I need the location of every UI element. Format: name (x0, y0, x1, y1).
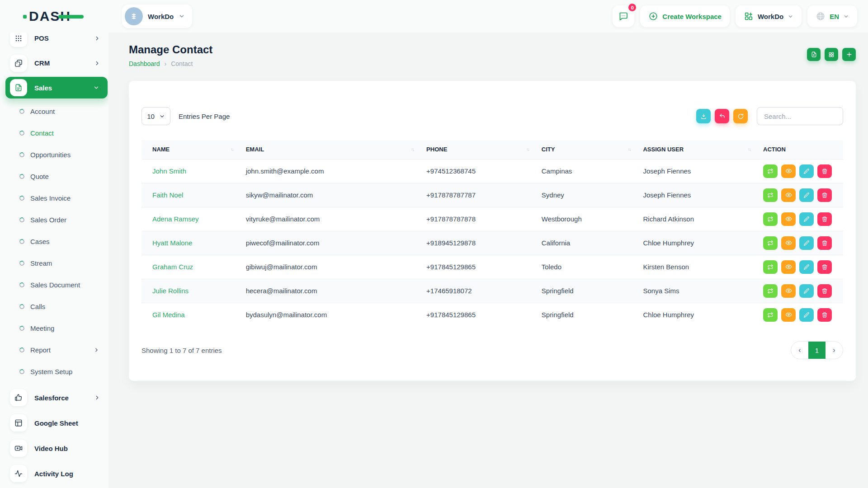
pagination-page-1[interactable]: 1 (808, 342, 826, 359)
view-button[interactable] (781, 236, 796, 250)
entries-per-page-label: Entries Per Page (179, 113, 230, 120)
view-button[interactable] (781, 260, 796, 274)
entries-per-page-select[interactable]: 10 (142, 107, 170, 125)
sidebar-item-salesforce[interactable]: Salesforce (0, 385, 108, 410)
contact-name-link[interactable]: Julie Rollins (152, 287, 189, 295)
contact-name-link[interactable]: Graham Cruz (152, 263, 193, 271)
sort-icon[interactable]: ↑↓ (748, 147, 750, 152)
chevron-down-icon (159, 113, 165, 119)
delete-button[interactable] (817, 164, 832, 178)
bullet-icon (19, 260, 25, 266)
file-export-icon (811, 51, 817, 58)
sort-icon[interactable]: ↑↓ (627, 147, 630, 152)
sidebar-item-video-hub[interactable]: Video Hub (0, 436, 108, 461)
refresh-button[interactable] (733, 109, 748, 123)
edit-button[interactable] (799, 212, 814, 226)
sidebar-item-system-setup[interactable]: System Setup (0, 361, 108, 382)
view-button[interactable] (781, 188, 796, 202)
grid-view-button[interactable] (825, 48, 838, 61)
view-button[interactable] (781, 212, 796, 226)
contact-name-link[interactable]: Adena Ramsey (152, 215, 199, 223)
sidebar-item-activity-log[interactable]: Activity Log (0, 461, 108, 486)
column-header-city: CITY (542, 146, 555, 153)
submenu-label: System Setup (30, 368, 72, 375)
edit-button[interactable] (799, 188, 814, 202)
sidebar-item-report[interactable]: Report (0, 339, 108, 361)
edit-button[interactable] (799, 236, 814, 250)
app-logo[interactable]: DASH (29, 9, 71, 24)
messages-count-badge: 0 (627, 2, 637, 13)
plus-icon (846, 51, 853, 58)
breadcrumb-dashboard-link[interactable]: Dashboard (129, 60, 160, 67)
delete-button[interactable] (817, 308, 832, 322)
delete-button[interactable] (817, 212, 832, 226)
view-button[interactable] (781, 164, 796, 178)
create-workspace-label: Create Workspace (662, 13, 722, 20)
sidebar-item-stream[interactable]: Stream (0, 252, 108, 274)
refresh-icon (737, 113, 744, 120)
contact-name-link[interactable]: Hyatt Malone (152, 239, 192, 247)
export-button[interactable] (807, 48, 821, 61)
contact-name-link[interactable]: John Smith (152, 167, 186, 175)
sidebar-item-crm[interactable]: CRM (0, 51, 108, 75)
convert-button[interactable] (763, 236, 778, 250)
pagination-prev-button[interactable]: ‹ (791, 342, 808, 359)
view-button[interactable] (781, 308, 796, 322)
row-actions (763, 260, 837, 274)
messages-button[interactable]: 0 (613, 5, 634, 27)
workspace-switcher[interactable]: WorkDo (122, 5, 192, 28)
view-button[interactable] (781, 284, 796, 298)
sort-icon[interactable]: ↑↓ (231, 147, 233, 152)
convert-button[interactable] (763, 260, 778, 274)
sort-icon[interactable]: ↑↓ (526, 147, 529, 152)
sort-icon[interactable]: ↑↓ (411, 147, 414, 152)
download-button[interactable] (696, 109, 711, 123)
delete-button[interactable] (817, 236, 832, 250)
sidebar-item-quote[interactable]: Quote (0, 165, 108, 187)
sidebar-item-sales-document[interactable]: Sales Document (0, 274, 108, 296)
bullet-icon (19, 151, 25, 157)
convert-button[interactable] (763, 308, 778, 322)
contact-phone: +917845129865 (420, 303, 535, 327)
submenu-label: Opportunities (30, 151, 71, 159)
sidebar-item-sales-order[interactable]: Sales Order (0, 209, 108, 230)
undo-button[interactable] (715, 109, 729, 123)
table-row: Graham Cruz gibiwuj@mailinator.com +9178… (142, 255, 843, 279)
crm-icon (10, 55, 27, 72)
convert-button[interactable] (763, 212, 778, 226)
logo-bar-accent (58, 15, 84, 19)
delete-button[interactable] (817, 188, 832, 202)
sidebar-item-meeting[interactable]: Meeting (0, 317, 108, 339)
edit-button[interactable] (799, 308, 814, 322)
edit-button[interactable] (799, 260, 814, 274)
contact-name-link[interactable]: Faith Noel (152, 191, 183, 199)
sidebar-item-cases[interactable]: Cases (0, 230, 108, 252)
convert-button[interactable] (763, 164, 778, 178)
row-actions (763, 164, 837, 178)
sidebar-item-sales[interactable]: Sales (5, 77, 108, 99)
sidebar-item-google-sheet[interactable]: Google Sheet (0, 410, 108, 436)
top-bar: DASH WorkDo (0, 0, 868, 33)
contact-name-link[interactable]: Gil Medina (152, 311, 185, 319)
sidebar-item-account[interactable]: Account (0, 100, 108, 122)
pagination-next-button[interactable]: › (826, 342, 843, 359)
convert-button[interactable] (763, 284, 778, 298)
convert-button[interactable] (763, 188, 778, 202)
edit-button[interactable] (799, 284, 814, 298)
sidebar-item-opportunities[interactable]: Opportunities (0, 144, 108, 165)
search-input[interactable] (757, 107, 843, 125)
create-workspace-button[interactable]: Create Workspace (640, 5, 730, 27)
delete-button[interactable] (817, 260, 832, 274)
language-selector[interactable]: EN (807, 5, 857, 27)
contact-city: Sydney (535, 183, 637, 207)
workspace-menu-button[interactable]: WorkDo (736, 5, 802, 27)
sidebar-item-contact[interactable]: Contact (0, 122, 108, 144)
sidebar-item-sales-invoice[interactable]: Sales Invoice (0, 187, 108, 209)
add-contact-button[interactable] (842, 48, 856, 61)
delete-button[interactable] (817, 284, 832, 298)
chevron-right-icon (94, 35, 100, 42)
convert-icon (767, 264, 774, 270)
sidebar-item-calls[interactable]: Calls (0, 296, 108, 317)
edit-button[interactable] (799, 164, 814, 178)
sidebar-item-pos[interactable]: POS (0, 33, 108, 51)
